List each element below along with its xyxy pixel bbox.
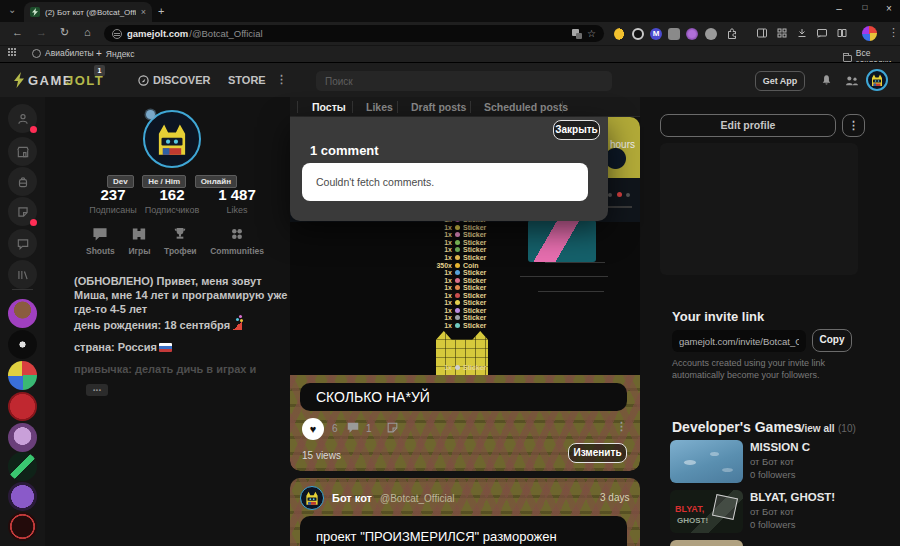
bio-expand-button[interactable]: ... <box>86 384 108 396</box>
nav-store[interactable]: STORE <box>228 74 266 86</box>
browser-profile-avatar[interactable] <box>862 26 877 41</box>
qr-grid-icon[interactable] <box>776 27 788 39</box>
library-rail-icon[interactable] <box>8 260 37 289</box>
followed-avatar[interactable] <box>8 361 37 390</box>
tab-close-icon[interactable]: × <box>141 7 146 17</box>
extension-swirl-icon[interactable] <box>686 28 698 40</box>
russia-flag-emoji <box>159 343 172 352</box>
reward-emoji-icon <box>455 225 460 230</box>
backpack-rail-icon[interactable] <box>8 167 37 196</box>
reward-row: 1x Sticker <box>430 246 486 254</box>
tab-scheduled-posts[interactable]: Scheduled posts <box>484 101 568 113</box>
bio-country: страна: Россия <box>74 340 290 354</box>
communities-shortcut[interactable]: Communities <box>210 226 264 256</box>
browser-menu-icon[interactable]: ⋮ <box>888 26 899 39</box>
extensions-puzzle-icon[interactable] <box>726 27 738 39</box>
games-shortcut[interactable]: Игры <box>128 226 150 256</box>
search-input[interactable] <box>316 71 612 91</box>
bookmark-star-icon[interactable]: ☆ <box>587 28 596 39</box>
extension-face-icon[interactable] <box>668 28 680 40</box>
window-maximize-button[interactable]: □ <box>858 3 872 12</box>
post-lead: СКОЛЬКО НА*УЙ <box>300 383 627 411</box>
forward-icon[interactable]: → <box>36 26 47 38</box>
extension-camera-icon[interactable] <box>632 28 644 40</box>
reward-emoji-icon <box>455 255 460 260</box>
nav-more-icon[interactable]: ⋮ <box>276 73 287 86</box>
translate-icon[interactable] <box>572 29 582 39</box>
game-title[interactable]: BLYAT, GHOST! <box>750 491 835 503</box>
side-panel-icon[interactable] <box>756 27 768 39</box>
back-icon[interactable]: ← <box>12 26 23 38</box>
gamejolt-header: GAME JOLT 1 DISCOVER STORE ⋮ Get App <box>0 62 900 97</box>
reward-row: 1x Sticker <box>430 364 486 372</box>
extension-m-icon[interactable]: M <box>650 28 662 40</box>
modal-close-button[interactable]: Закрыть <box>553 120 600 140</box>
followed-avatar[interactable] <box>8 512 37 541</box>
post-author-name[interactable]: Бот кот <box>332 492 372 504</box>
game-thumbnail[interactable]: BLYAT, GHOST! <box>670 490 743 533</box>
profile-options-icon[interactable]: ⋮ <box>842 114 865 137</box>
stat-likes[interactable]: 1 487 Likes <box>197 186 277 215</box>
user-avatar[interactable] <box>866 69 888 91</box>
new-tab-button[interactable]: + <box>158 5 164 17</box>
copy-button[interactable]: Copy <box>812 329 852 352</box>
followed-avatar[interactable] <box>8 330 37 359</box>
extension-crescent-icon[interactable] <box>614 28 626 40</box>
game-title[interactable]: MISSION C <box>750 441 810 453</box>
window-minimize-button[interactable]: – <box>832 3 846 14</box>
game-followers: 0 followers <box>750 469 795 480</box>
followed-avatar[interactable] <box>8 452 37 481</box>
address-bar[interactable]: gamejolt.com /@Botcat_Official ☆ <box>104 25 604 42</box>
shop-rail-icon[interactable] <box>8 137 37 166</box>
extension-circle-icon[interactable] <box>705 28 717 40</box>
tab-posts[interactable]: Посты <box>312 101 346 113</box>
followed-avatar[interactable] <box>8 482 37 511</box>
game-author: от Бот кот <box>750 456 794 467</box>
shouts-shortcut[interactable]: Shouts <box>86 226 115 256</box>
tab-likes[interactable]: Likes <box>366 101 393 113</box>
invite-link-input[interactable] <box>672 330 806 352</box>
stickers-rail-icon[interactable] <box>8 197 37 226</box>
followed-avatar[interactable] <box>8 392 37 421</box>
bookmark-aviabilety[interactable]: Авиабилеты <box>32 48 94 58</box>
bookmark-yandex[interactable]: + Яндекс <box>96 48 134 59</box>
reward-label: Sticker <box>463 277 486 284</box>
edit-profile-button[interactable]: Edit profile <box>660 114 836 137</box>
view-all-link[interactable]: View all <box>798 423 835 434</box>
apps-grid-icon[interactable] <box>8 48 16 56</box>
tab-search-chevron-icon[interactable]: ⌄ <box>8 4 16 15</box>
notifications-bell-icon[interactable] <box>820 73 833 87</box>
reward-row: 1x Sticker <box>430 314 486 322</box>
sticker-placard-icon[interactable] <box>386 421 399 434</box>
post-card[interactable]: Бот кот @Botcat_Official 3 days проект "… <box>290 478 640 546</box>
browser-tab[interactable]: (2) Бот кот (@Botcat_Official) × <box>24 2 152 22</box>
window-close-button[interactable]: × <box>882 3 896 14</box>
game-author: от Бот кот <box>750 506 794 517</box>
cast-icon[interactable] <box>816 27 828 39</box>
nav-discover[interactable]: DISCOVER <box>153 74 210 86</box>
shortcut-label: Игры <box>128 246 150 256</box>
game-thumbnail[interactable] <box>670 440 743 483</box>
followed-avatar[interactable] <box>8 423 37 452</box>
invite-link-title: Your invite link <box>672 309 764 324</box>
post-author-handle[interactable]: @Botcat_Official <box>380 493 454 504</box>
tab-draft-posts[interactable]: Draft posts <box>411 101 466 113</box>
messages-rail-icon[interactable] <box>8 229 37 258</box>
post-author-avatar[interactable] <box>300 486 324 510</box>
reload-icon[interactable]: ↻ <box>60 26 69 39</box>
get-app-button[interactable]: Get App <box>755 71 805 91</box>
game-thumbnail[interactable] <box>670 540 743 546</box>
home-icon[interactable]: ⌂ <box>84 26 91 38</box>
reading-list-icon[interactable] <box>836 27 848 39</box>
friends-icon[interactable] <box>844 74 860 87</box>
site-info-icon[interactable] <box>112 29 122 39</box>
comment-icon[interactable] <box>346 421 360 434</box>
followed-avatar[interactable] <box>8 299 37 328</box>
trophies-shortcut[interactable]: Трофеи <box>164 226 197 256</box>
edit-post-button[interactable]: Изменить <box>568 443 627 463</box>
post-options-icon[interactable]: ⋮ <box>616 420 627 433</box>
profile-rail-icon[interactable] <box>8 104 37 133</box>
reward-label: Sticker <box>463 292 486 299</box>
download-icon[interactable] <box>796 27 808 39</box>
like-button[interactable]: ♥ <box>302 418 324 440</box>
